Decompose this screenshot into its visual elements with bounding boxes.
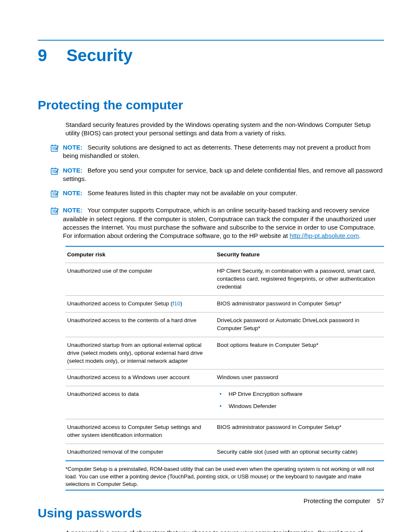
cell-feature: Windows user password (215, 369, 384, 386)
cell-risk: Unauthorized startup from an optional ex… (65, 337, 215, 369)
note-4: NOTE:Your computer supports Computrace, … (50, 206, 384, 240)
col-header-risk: Computer risk (65, 247, 215, 263)
note-text: Some features listed in this chapter may… (88, 189, 297, 196)
cell-feature: BIOS administrator password in Computer … (215, 296, 384, 312)
note-icon (50, 190, 61, 200)
chapter-top-rule (38, 40, 384, 41)
chapter-title: Security (66, 44, 132, 67)
cell-feature: HP Client Security, in combination with … (215, 263, 384, 296)
cell-feature: DriveLock password or Automatic DriveLoc… (215, 312, 384, 337)
passwords-paragraph: A password is a group of characters that… (65, 529, 384, 532)
section-protecting-title: Protecting the computer (38, 97, 384, 114)
cell-risk: Unauthorized access to data (65, 386, 215, 419)
note-text: Security solutions are designed to act a… (63, 144, 371, 159)
section-passwords-title: Using passwords (38, 505, 384, 522)
table-row: Unauthorized access to the contents of a… (65, 312, 384, 337)
col-header-feature: Security feature (215, 247, 384, 263)
note-icon (50, 207, 61, 217)
cell-risk: Unauthorized access to the contents of a… (65, 312, 215, 337)
table-row: Unauthorized access to Computer Setup (f… (65, 296, 384, 312)
page-footer: Protecting the computer57 (38, 497, 384, 505)
note-icon (50, 167, 61, 178)
note-label: NOTE: (63, 189, 83, 196)
table-row: Unauthorized startup from an optional ex… (65, 337, 384, 369)
cell-risk: Unauthorized access to Computer Setup se… (65, 419, 215, 444)
chapter-header: 9 Security (38, 44, 384, 67)
cell-feature: Security cable slot (used with an option… (215, 444, 384, 460)
risk-feature-table: Computer risk Security feature Unauthori… (65, 246, 384, 491)
note-2: NOTE:Before you send your computer for s… (50, 166, 384, 183)
cell-risk: Unauthorized removal of the computer (65, 444, 215, 460)
intro-paragraph: Standard security features provided by t… (65, 121, 384, 138)
note-text: Before you send your computer for servic… (63, 167, 382, 182)
cell-risk: Unauthorized access to Computer Setup (f… (65, 296, 215, 312)
note-1: NOTE:Security solutions are designed to … (50, 143, 384, 160)
table-footnote: *Computer Setup is a preinstalled, ROM-b… (65, 465, 384, 488)
cell-risk: Unauthorized use of the computer (65, 263, 215, 296)
table-row: Unauthorized access to Computer Setup se… (65, 419, 384, 444)
note-label: NOTE: (63, 167, 83, 174)
table-row: Unauthorized removal of the computer Sec… (65, 444, 384, 460)
table-row: Unauthorized access to data HP Drive Enc… (65, 386, 384, 419)
cell-risk: Unauthorized access to a Windows user ac… (65, 369, 215, 386)
footer-page-number: 57 (377, 497, 384, 504)
cell-feature: HP Drive Encryption software Windows Def… (215, 386, 384, 419)
f10-key: f10 (172, 300, 180, 307)
note-label: NOTE: (63, 144, 83, 151)
table-row: Unauthorized access to a Windows user ac… (65, 369, 384, 386)
table-row: Unauthorized use of the computer HP Clie… (65, 263, 384, 296)
note-text-post: . (359, 232, 361, 239)
cell-feature: Boot options feature in Computer Setup* (215, 337, 384, 369)
feature-list-item: HP Drive Encryption software (217, 390, 381, 398)
cell-feature: BIOS administrator password in Computer … (215, 419, 384, 444)
computrace-link[interactable]: http://hp-pt.absolute.com (290, 232, 359, 239)
feature-list-item: Windows Defender (217, 403, 381, 411)
note-label: NOTE: (63, 207, 83, 214)
footer-section: Protecting the computer (304, 497, 370, 504)
chapter-number: 9 (38, 44, 47, 67)
note-3: NOTE:Some features listed in this chapte… (50, 189, 384, 200)
note-icon (50, 144, 61, 155)
